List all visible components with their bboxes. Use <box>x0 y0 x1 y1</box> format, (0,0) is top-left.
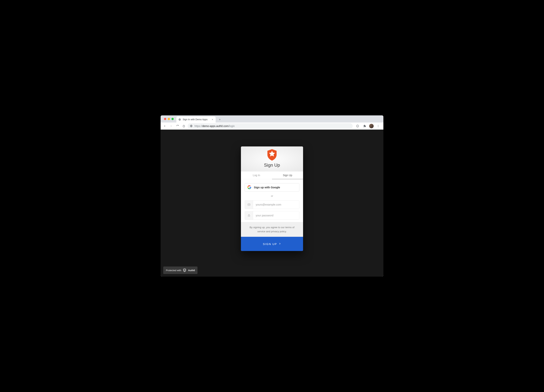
auth0-logo-icon <box>183 268 186 272</box>
auth0-shield-icon <box>267 149 277 161</box>
close-tab-button[interactable] <box>211 118 214 121</box>
home-button[interactable] <box>181 123 186 129</box>
svg-point-4 <box>378 126 378 126</box>
protected-with-badge[interactable]: Protected with Auth0 <box>163 266 197 274</box>
lock-icon <box>245 211 253 219</box>
tab-strip: Sign In with Demo Apps <box>161 115 383 122</box>
lock-body: Sign up with Google or By signing up, yo… <box>241 179 303 251</box>
email-input[interactable] <box>253 201 299 209</box>
browser-toolbar: https://demo-apps.auth0.com/login <box>161 122 383 130</box>
google-icon <box>248 185 251 190</box>
browser-tab[interactable]: Sign In with Demo Apps <box>176 116 216 122</box>
extensions-icon[interactable] <box>362 123 367 129</box>
page-content: Sign Up Log In Sign Up Sign <box>161 130 383 277</box>
close-window-button[interactable] <box>164 118 166 120</box>
site-info-icon[interactable] <box>190 125 193 127</box>
svg-rect-6 <box>248 204 250 205</box>
chevron-right-icon <box>278 242 281 246</box>
signup-submit-button[interactable]: SIGN UP <box>241 237 303 251</box>
password-input[interactable] <box>253 211 299 219</box>
terms-text: By signing up, you agree to our terms of… <box>241 222 303 237</box>
svg-point-3 <box>378 125 378 125</box>
svg-point-5 <box>378 127 378 127</box>
google-signup-label: Sign up with Google <box>254 186 280 189</box>
google-signup-button[interactable]: Sign up with Google <box>245 183 299 191</box>
globe-icon <box>178 118 181 121</box>
reload-button[interactable] <box>175 123 180 129</box>
badge-brand: Auth0 <box>188 269 195 272</box>
lock-title: Sign Up <box>243 162 301 168</box>
or-divider: or <box>245 191 299 200</box>
submit-label: SIGN UP <box>263 242 277 246</box>
maximize-window-button[interactable] <box>171 118 174 120</box>
info-icon[interactable] <box>355 123 360 129</box>
badge-prefix: Protected with <box>166 269 181 272</box>
new-tab-button[interactable] <box>217 117 222 122</box>
tab-login[interactable]: Log In <box>241 172 272 179</box>
lock-header: Sign Up <box>241 146 303 172</box>
tab-title: Sign In with Demo Apps <box>183 118 208 121</box>
browser-window: Sign In with Demo Apps https://dem <box>161 115 383 277</box>
password-field-wrapper <box>245 211 299 220</box>
window-controls <box>162 115 175 122</box>
profile-avatar[interactable] <box>369 124 374 128</box>
menu-button[interactable] <box>376 123 381 129</box>
email-field-wrapper <box>245 200 299 209</box>
email-icon <box>245 201 253 209</box>
lock-tabs: Log In Sign Up <box>241 172 303 179</box>
forward-button[interactable] <box>168 123 174 129</box>
tab-signup[interactable]: Sign Up <box>272 172 303 179</box>
address-bar[interactable]: https://demo-apps.auth0.com/login <box>188 123 353 129</box>
back-button[interactable] <box>162 123 167 129</box>
url-text: https://demo-apps.auth0.com/login <box>195 125 235 127</box>
minimize-window-button[interactable] <box>168 118 170 120</box>
auth-lock-widget: Sign Up Log In Sign Up Sign <box>241 146 303 251</box>
toolbar-right <box>354 123 382 129</box>
svg-rect-7 <box>248 215 250 216</box>
